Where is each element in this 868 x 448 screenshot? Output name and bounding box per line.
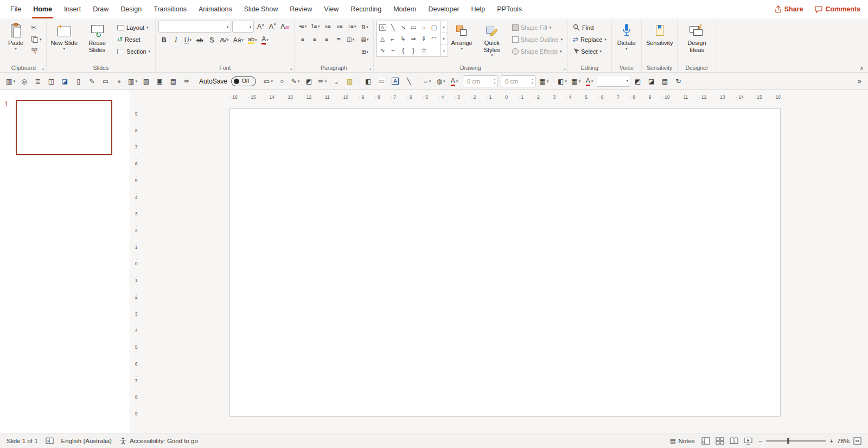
- menu-tab[interactable]: Home: [27, 0, 58, 18]
- menu-tab[interactable]: Review: [284, 0, 318, 18]
- menu-tab[interactable]: Slide Show: [238, 0, 284, 18]
- increase-font-size-button[interactable]: A▴: [255, 21, 266, 33]
- paste-special-icon[interactable]: ▤: [167, 75, 180, 88]
- justify-button[interactable]: ≣: [333, 34, 344, 45]
- find-button[interactable]: Find: [571, 22, 609, 33]
- font-color-button[interactable]: A▾: [260, 34, 271, 46]
- screen-icon[interactable]: ▭: [99, 75, 112, 88]
- section-button[interactable]: Section▾: [115, 46, 152, 57]
- horizontal-ruler[interactable]: 1615141312111098765432101234567891011121…: [229, 92, 781, 102]
- clear-formatting-button[interactable]: A: [279, 21, 291, 33]
- right-brace-shape[interactable]: }: [409, 44, 419, 56]
- drawing-dialog-launcher-icon[interactable]: ⌟: [563, 65, 566, 71]
- menu-tab[interactable]: View: [318, 0, 344, 18]
- ink-color-icon[interactable]: A▾: [448, 75, 461, 88]
- text-highlight-color-button[interactable]: ab▾: [246, 34, 259, 46]
- gallery-more-icon[interactable]: ≡: [441, 45, 448, 56]
- menu-tab[interactable]: Developer: [423, 0, 465, 18]
- character-spacing-button[interactable]: AV▾: [218, 34, 230, 46]
- spinner-arrows-icon[interactable]: ▴▾: [494, 78, 495, 85]
- ink-pen-icon[interactable]: ✎▾: [289, 75, 302, 88]
- design-ideas-button[interactable]: Design Ideas: [680, 21, 713, 54]
- bring-forward-icon[interactable]: ◩: [631, 75, 644, 88]
- sensitivity-button[interactable]: Sensitivity: [644, 21, 675, 47]
- touch-keyboard-icon[interactable]: ▭▾: [262, 75, 275, 88]
- comments-button[interactable]: Comments: [815, 5, 860, 13]
- zoom-percentage[interactable]: 78%: [837, 438, 850, 444]
- presenter-view-icon[interactable]: ▥▾: [4, 75, 17, 88]
- connector-tool-icon[interactable]: ⌣▾: [421, 75, 433, 88]
- text-box-shape[interactable]: A: [378, 22, 388, 33]
- circle-shape-icon[interactable]: ◎: [18, 75, 30, 88]
- borders-icon[interactable]: ▦▾: [570, 75, 582, 88]
- elbow-arrow-shape[interactable]: ↳: [398, 33, 409, 44]
- language-button[interactable]: English (Australia): [61, 438, 112, 444]
- decrease-indent-button[interactable]: «≡: [322, 21, 333, 32]
- shading-icon[interactable]: ◧▾: [556, 75, 569, 88]
- layout-button[interactable]: Layout▾: [115, 22, 152, 33]
- columns-button[interactable]: ◫▾: [345, 34, 356, 45]
- zoom-slider[interactable]: [766, 437, 826, 445]
- normal-view-button[interactable]: [701, 437, 710, 445]
- triangle-shape[interactable]: △: [378, 33, 388, 44]
- font-size-combobox[interactable]: ▾: [232, 21, 254, 33]
- replace-button[interactable]: ⇄ Replace ▾: [571, 34, 609, 45]
- right-arrow-shape[interactable]: ⇒: [409, 33, 419, 44]
- numbering-button[interactable]: 1≡▾: [309, 21, 321, 32]
- spell-check-button[interactable]: [46, 437, 54, 445]
- print-preview-icon[interactable]: ◫: [45, 75, 58, 88]
- increase-indent-button[interactable]: »≡: [334, 21, 345, 32]
- slide-canvas[interactable]: [229, 108, 781, 417]
- reuse-slides-button[interactable]: ↻ Reuse Slides: [81, 21, 113, 54]
- menu-tab[interactable]: File: [4, 0, 27, 18]
- rounded-rectangle-shape[interactable]: ▢: [429, 22, 439, 33]
- fit-slide-to-window-button[interactable]: [853, 437, 861, 445]
- zoom-out-button[interactable]: −: [759, 438, 763, 444]
- font-color-qat-icon[interactable]: A▾: [583, 75, 596, 88]
- collapse-ribbon-icon[interactable]: ∧: [860, 65, 864, 71]
- bold-button[interactable]: B: [158, 34, 169, 46]
- share-button[interactable]: Share: [775, 5, 803, 13]
- underline-button[interactable]: U▾: [182, 34, 193, 46]
- slide-show-button[interactable]: [744, 437, 752, 445]
- crop-frame-icon[interactable]: ◩: [303, 75, 315, 88]
- handout-master-icon[interactable]: ≣: [31, 75, 44, 88]
- menu-tab[interactable]: Design: [114, 0, 148, 18]
- notes-page-icon[interactable]: ▯: [72, 75, 85, 88]
- menu-tab[interactable]: Transitions: [148, 0, 193, 18]
- dictate-button[interactable]: Dictate ▾: [615, 21, 639, 51]
- new-slide-button[interactable]: New Slide ▾: [49, 21, 80, 51]
- shape-width-input[interactable]: 0 cm▴▾: [501, 75, 535, 87]
- quick-styles-button[interactable]: Quick Styles ▾: [476, 21, 508, 57]
- convert-to-smartart-button[interactable]: ⊞▾: [360, 46, 371, 57]
- notes-button[interactable]: ▤Notes: [670, 437, 694, 444]
- draw-pen-icon[interactable]: ✏▾: [316, 75, 329, 88]
- font-dialog-launcher-icon[interactable]: ⌟: [290, 65, 293, 71]
- scribble-shape[interactable]: ∿: [378, 44, 388, 56]
- slide-thumbnail[interactable]: [16, 100, 112, 155]
- slide-sorter-view-button[interactable]: [716, 437, 724, 445]
- vertical-ruler[interactable]: 9876543210123456789: [135, 108, 138, 417]
- elbow-connector-shape[interactable]: ⌐: [388, 33, 398, 44]
- paragraph-dialog-launcher-icon[interactable]: ⌟: [369, 65, 372, 71]
- align-right-button[interactable]: ≡: [321, 34, 332, 45]
- align-text-button[interactable]: ▤▾: [360, 34, 371, 45]
- oval-shape[interactable]: ○: [419, 22, 429, 33]
- menu-tab[interactable]: Draw: [87, 0, 114, 18]
- more-commands-button[interactable]: »: [856, 77, 864, 85]
- crop-icon[interactable]: ⌟: [330, 75, 342, 88]
- edit-shape-icon[interactable]: ◪: [59, 75, 71, 88]
- gradient-circle-icon[interactable]: ●: [113, 75, 125, 88]
- align-left-button[interactable]: ≡: [297, 34, 308, 45]
- curve-shape[interactable]: ⌣: [388, 44, 398, 56]
- slide-thumbnail-item[interactable]: 1: [4, 100, 130, 155]
- reset-button[interactable]: ↺Reset: [115, 34, 152, 45]
- accessibility-button[interactable]: Accessibility: Good to go: [119, 437, 198, 445]
- autosave-toggle[interactable]: AutoSave Off: [199, 76, 256, 86]
- strikethrough-button[interactable]: ab: [194, 34, 205, 46]
- format-painter-button[interactable]: [29, 46, 43, 57]
- gallery-up-icon[interactable]: ▴: [441, 21, 448, 33]
- font-name-combobox[interactable]: ▾: [158, 21, 231, 33]
- cut-button[interactable]: ✂: [29, 22, 43, 33]
- arrow-shape[interactable]: ↘: [398, 22, 409, 33]
